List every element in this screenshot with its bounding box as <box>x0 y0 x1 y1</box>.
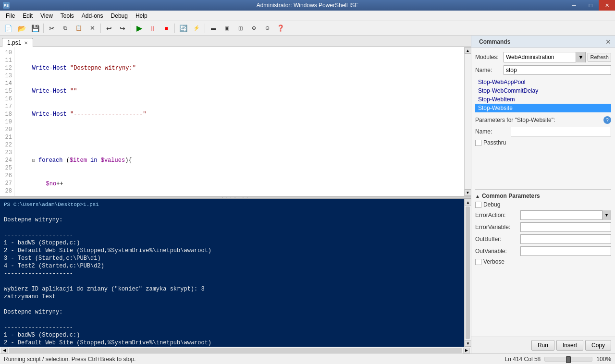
debug-checkbox[interactable] <box>475 202 481 208</box>
main-container: 1.ps1 ✕ 10 11 12 13 14 15 16 17 18 19 20… <box>0 36 615 353</box>
outvariable-input[interactable] <box>520 246 611 256</box>
clear-button[interactable]: ✕ <box>86 23 98 34</box>
menu-view[interactable]: View <box>37 12 57 20</box>
insert-button[interactable]: Insert <box>556 340 583 351</box>
commands-close-button[interactable]: ✕ <box>605 38 611 46</box>
sep5 <box>205 24 205 33</box>
open-button[interactable]: 📂 <box>15 23 28 34</box>
scroll-down-arrow[interactable]: ▼ <box>465 189 471 196</box>
commands-header: Commands ✕ <box>471 36 615 48</box>
menu-debug[interactable]: Debug <box>107 12 132 20</box>
console-line <box>4 316 467 324</box>
copy-cmd-button[interactable]: Copy <box>585 340 611 351</box>
refresh-button[interactable]: Refresh <box>588 53 611 61</box>
zoom-out-button[interactable]: ⊖ <box>261 23 273 34</box>
cut-button[interactable]: ✂ <box>46 23 58 34</box>
layout3-button[interactable]: ◫ <box>234 23 246 34</box>
erroraction-arrow[interactable]: ▼ <box>602 210 611 220</box>
console-line: PS C:\Users\adam\Desktop>1.ps1 <box>4 201 467 208</box>
h-scroll-thumb[interactable] <box>9 348 462 353</box>
param-name-input[interactable] <box>511 127 611 136</box>
new-button[interactable]: 📄 <box>2 23 14 34</box>
paste-button[interactable]: 📋 <box>73 23 85 34</box>
cmd-item-stop-webapppool[interactable]: Stop-WebAppPool <box>475 78 611 86</box>
scroll-up-arrow[interactable]: ▲ <box>465 47 471 54</box>
sep4 <box>174 24 175 33</box>
pause-button[interactable]: ⏸ <box>147 23 159 34</box>
menu-tools[interactable]: Tools <box>57 12 78 20</box>
help-icon[interactable]: ? <box>603 116 611 124</box>
window-controls: ─ □ ✕ <box>566 0 615 11</box>
modules-value: WebAdministration <box>504 54 576 61</box>
h-scrollbar[interactable]: ◀ ▶ <box>0 347 471 353</box>
addons-button[interactable]: ⚡ <box>190 23 203 34</box>
verbose-checkbox[interactable] <box>475 259 481 265</box>
minimize-button[interactable]: ─ <box>566 0 582 11</box>
code-line: Write-Host "" <box>18 87 460 95</box>
code-area[interactable]: Write-Host "Dostepne witryny:" Write-Hos… <box>14 47 464 196</box>
param-name-label: Name: <box>475 128 509 135</box>
cmd-item-stop-webitem[interactable]: Stop-WebItem <box>475 95 611 104</box>
modules-dropdown[interactable]: WebAdministration ▼ <box>504 52 586 62</box>
console-scroll-down[interactable]: ▼ <box>465 340 471 347</box>
console-line: -------------------- <box>4 270 467 278</box>
status-text: Running script / selection. Press Ctrl+B… <box>4 356 135 363</box>
menu-addons[interactable]: Add-ons <box>78 12 107 20</box>
errorvariable-input[interactable] <box>520 222 611 232</box>
run-cmd-button[interactable]: Run <box>531 340 554 351</box>
console-scrollbar[interactable]: ▲ ▼ <box>464 199 471 347</box>
run-button[interactable]: ▶ <box>133 23 146 34</box>
name-input[interactable] <box>504 65 611 75</box>
debug-label[interactable]: Debug <box>483 201 500 208</box>
code-line: $no++ <box>18 180 460 188</box>
line-numbers: 10 11 12 13 14 15 16 17 18 19 20 21 22 2… <box>0 47 14 196</box>
console-line: -------------------- <box>4 324 467 331</box>
refresh-tb-button[interactable]: 🔄 <box>177 23 189 34</box>
help-tb-button[interactable]: ❓ <box>274 23 287 34</box>
common-params-header[interactable]: ▲ Common Parameters <box>475 190 611 201</box>
stop-button[interactable]: ■ <box>160 23 172 34</box>
param-name-row: Name: <box>475 127 611 136</box>
save-button[interactable]: 💾 <box>29 23 41 34</box>
modules-label: Modules: <box>475 54 502 61</box>
menu-help[interactable]: Help <box>132 12 151 20</box>
zoom-in-button[interactable]: ⊕ <box>247 23 260 34</box>
cmd-item-stop-webcommitdelay[interactable]: Stop-WebCommitDelay <box>475 86 611 95</box>
redo-button[interactable]: ↪ <box>116 23 129 34</box>
undo-button[interactable]: ↩ <box>103 23 115 34</box>
console-line: 2 - Default Web Site (Stopped,%SystemDri… <box>4 339 467 347</box>
name-label: Name: <box>475 67 502 73</box>
script-editor[interactable]: 10 11 12 13 14 15 16 17 18 19 20 21 22 2… <box>0 47 471 196</box>
passthru-checkbox[interactable] <box>475 140 481 146</box>
modules-dropdown-arrow[interactable]: ▼ <box>576 52 585 62</box>
layout2-button[interactable]: ▣ <box>221 23 233 34</box>
console-area[interactable]: PS C:\Users\adam\Desktop>1.ps1 Dostepne … <box>0 199 471 347</box>
zoom-slider[interactable] <box>544 357 592 362</box>
erroraction-dropdown[interactable]: ▼ <box>520 210 611 220</box>
tab-close-icon[interactable]: ✕ <box>24 40 28 46</box>
layout1-button[interactable]: ▬ <box>207 23 220 34</box>
console-line <box>4 208 467 216</box>
passthru-row: Passthru <box>475 139 611 146</box>
close-button[interactable]: ✕ <box>599 0 615 11</box>
passthru-label[interactable]: Passthru <box>483 139 506 146</box>
restore-button[interactable]: □ <box>582 0 599 11</box>
code-line: Write-Host "Dostepne witryny:" <box>18 64 460 72</box>
console-line <box>4 224 467 231</box>
toolbar: 📄 📂 💾 ✂ ⧉ 📋 ✕ ↩ ↪ ▶ ⏸ ■ 🔄 ⚡ ▬ ▣ ◫ ⊕ ⊖ ❓ <box>0 21 615 36</box>
commands-tab[interactable]: Commands <box>475 37 514 46</box>
console-scroll-up[interactable]: ▲ <box>465 199 471 206</box>
menu-edit[interactable]: Edit <box>19 12 37 20</box>
menu-file[interactable]: File <box>2 12 19 20</box>
editor-scrollbar[interactable]: ▲ ▼ <box>464 47 471 196</box>
zoom-thumb[interactable] <box>566 356 571 363</box>
h-scroll-right[interactable]: ▶ <box>463 348 470 353</box>
console-line: 3 - Test (Started,c:\PUB\d1) <box>4 255 467 262</box>
h-scroll-left[interactable]: ◀ <box>1 348 8 353</box>
verbose-label[interactable]: Verbose <box>483 258 504 265</box>
cmd-item-stop-website[interactable]: Stop-Website <box>475 104 611 112</box>
copy-tb-button[interactable]: ⧉ <box>59 23 72 34</box>
common-params-arrow: ▲ <box>475 194 480 199</box>
outbuffer-input[interactable] <box>520 234 611 244</box>
tab-ps1[interactable]: 1.ps1 ✕ <box>2 38 33 47</box>
